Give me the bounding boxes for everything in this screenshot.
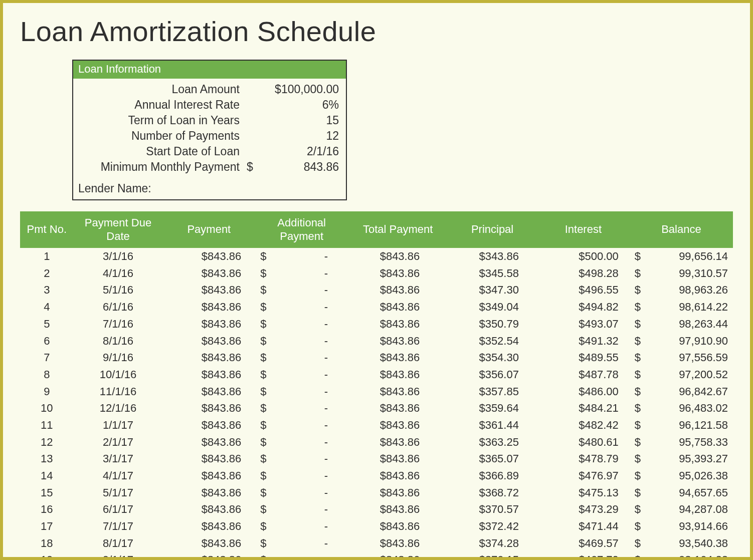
cell-interest: $493.07 [537,316,630,333]
info-row-loan-amount: Loan Amount $100,000.00 [73,82,346,97]
cell-additional: $- [255,248,348,265]
amortization-table-container: Pmt No. Payment Due Date Payment Additio… [20,211,733,560]
cell-payment: $843.86 [162,400,255,417]
info-label: Minimum Monthly Payment [76,159,247,175]
cell-pmt-no: 15 [20,484,74,501]
cell-additional: $- [255,316,348,333]
cell-interest: $498.28 [537,265,630,282]
cell-principal: $354.30 [448,349,537,366]
cell-due-date: 12/1/16 [74,400,163,417]
cell-pmt-no: 10 [20,400,74,417]
cell-pmt-no: 19 [20,551,74,560]
cell-payment: $843.86 [162,282,255,299]
cell-additional: $- [255,535,348,552]
cell-total: $843.86 [348,282,448,299]
cell-interest: $482.42 [537,417,630,434]
cell-pmt-no: 16 [20,501,74,518]
cell-pmt-no: 14 [20,467,74,484]
cell-due-date: 7/1/17 [74,518,163,535]
cell-principal: $370.57 [448,501,537,518]
cell-principal: $363.25 [448,434,537,451]
cell-pmt-no: 18 [20,535,74,552]
cell-principal: $372.42 [448,518,537,535]
cell-interest: $487.78 [537,366,630,383]
cell-pmt-no: 12 [20,434,74,451]
cell-pmt-no: 3 [20,282,74,299]
cell-interest: $500.00 [537,248,630,265]
info-value: 6% [247,97,339,113]
cell-principal: $349.04 [448,299,537,316]
cell-total: $843.86 [348,467,448,484]
cell-due-date: 11/1/16 [74,383,163,400]
info-label: Start Date of Loan [76,144,247,159]
cell-total: $843.86 [348,535,448,552]
cell-payment: $843.86 [162,518,255,535]
cell-pmt-no: 4 [20,299,74,316]
table-row: 1012/1/16$843.86$-$843.86$359.64$484.21$… [20,400,733,417]
info-row-annual-rate: Annual Interest Rate 6% [73,97,346,113]
cell-payment: $843.86 [162,333,255,350]
table-row: 13/1/16$843.86$-$843.86$343.86$500.00$99… [20,248,733,265]
cell-payment: $843.86 [162,501,255,518]
info-value: 2/1/16 [247,144,339,159]
cell-total: $843.86 [348,518,448,535]
table-row: 144/1/17$843.86$-$843.86$366.89$476.97$9… [20,467,733,484]
cell-principal: $356.07 [448,366,537,383]
cell-due-date: 9/1/16 [74,349,163,366]
cell-additional: $- [255,501,348,518]
cell-pmt-no: 5 [20,316,74,333]
cell-due-date: 8/1/16 [74,333,163,350]
col-additional: Additional Payment [255,211,348,248]
cell-balance: $94,287.08 [630,501,733,518]
info-value: 15 [247,113,339,128]
cell-principal: $345.58 [448,265,537,282]
cell-pmt-no: 2 [20,265,74,282]
cell-total: $843.86 [348,501,448,518]
cell-pmt-no: 6 [20,333,74,350]
cell-additional: $- [255,484,348,501]
cell-balance: $95,026.38 [630,467,733,484]
amortization-table: Pmt No. Payment Due Date Payment Additio… [20,211,733,560]
table-row: 111/1/17$843.86$-$843.86$361.44$482.42$9… [20,417,733,434]
cell-principal: $352.54 [448,333,537,350]
cell-total: $843.86 [348,383,448,400]
cell-due-date: 1/1/17 [74,417,163,434]
cell-balance: $95,758.33 [630,434,733,451]
cell-balance: $93,914.66 [630,518,733,535]
cell-additional: $- [255,450,348,467]
cell-additional: $- [255,299,348,316]
col-interest: Interest [537,211,630,248]
col-due-date: Payment Due Date [74,211,163,248]
currency-symbol: $ [247,159,253,175]
col-balance: Balance [630,211,733,248]
col-pmt-no: Pmt No. [20,211,74,248]
cell-total: $843.86 [348,450,448,467]
cell-additional: $- [255,518,348,535]
cell-due-date: 6/1/17 [74,501,163,518]
table-row: 911/1/16$843.86$-$843.86$357.85$486.00$9… [20,383,733,400]
cell-balance: $96,483.02 [630,400,733,417]
cell-payment: $843.86 [162,349,255,366]
table-row: 57/1/16$843.86$-$843.86$350.79$493.07$98… [20,316,733,333]
cell-principal: $376.15 [448,551,537,560]
col-total: Total Payment [348,211,448,248]
cell-due-date: 6/1/16 [74,299,163,316]
cell-interest: $480.61 [537,434,630,451]
table-header-row: Pmt No. Payment Due Date Payment Additio… [20,211,733,248]
cell-due-date: 5/1/17 [74,484,163,501]
cell-pmt-no: 17 [20,518,74,535]
col-payment: Payment [162,211,255,248]
cell-balance: $98,263.44 [630,316,733,333]
cell-principal: $368.72 [448,484,537,501]
amount: 843.86 [304,159,339,175]
cell-balance: $94,657.65 [630,484,733,501]
cell-due-date: 10/1/16 [74,366,163,383]
info-label: Number of Payments [76,128,247,144]
cell-balance: $93,540.38 [630,535,733,552]
table-row: 79/1/16$843.86$-$843.86$354.30$489.55$97… [20,349,733,366]
cell-due-date: 2/1/17 [74,434,163,451]
loan-info-body: Loan Amount $100,000.00 Annual Interest … [73,79,346,178]
cell-additional: $- [255,265,348,282]
cell-additional: $- [255,417,348,434]
cell-principal: $366.89 [448,467,537,484]
